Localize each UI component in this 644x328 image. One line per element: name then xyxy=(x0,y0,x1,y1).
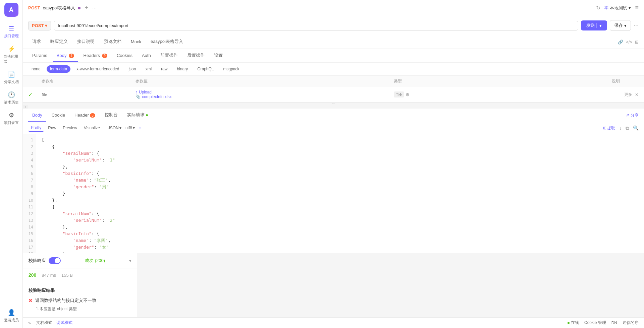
tab-pre-op[interactable]: 前置操作 xyxy=(156,49,182,62)
response-tab-body[interactable]: Body xyxy=(28,109,46,122)
share-button[interactable]: ⇗ 分享 xyxy=(626,113,639,118)
tab-settings[interactable]: 设置 xyxy=(210,49,227,62)
code-line: "name": "李四", xyxy=(42,237,639,244)
col-empty xyxy=(354,78,394,84)
tab-mock[interactable]: Mock xyxy=(127,36,145,48)
tab-preview-doc[interactable]: 预览文档 xyxy=(100,35,125,49)
body-type-none[interactable]: none xyxy=(28,65,44,73)
format-selector[interactable]: JSON ▾ xyxy=(108,126,121,130)
right-panel: 校验响应 成功 (200) ▾ 200 847 ms 155 B 校验响应结果 xyxy=(23,253,137,317)
row-check-icon[interactable]: ✓ xyxy=(28,91,42,98)
code-view-visualize[interactable]: Visualize xyxy=(81,125,103,131)
response-tab-header[interactable]: Header 5 xyxy=(70,109,99,122)
sidebar-item-project-settings[interactable]: ⚙ 项目设置 xyxy=(2,109,21,128)
extract-button[interactable]: ⊞ 提取 xyxy=(603,125,615,131)
tab-code-icon[interactable]: </> xyxy=(626,40,632,45)
right-panel-collapse[interactable]: ▾ xyxy=(129,258,131,263)
tab-cookies[interactable]: Cookies xyxy=(113,50,137,62)
code-view-pretty[interactable]: Pretty xyxy=(28,124,44,132)
code-view-raw[interactable]: Raw xyxy=(45,125,59,131)
body-type-binary[interactable]: binary xyxy=(173,65,191,73)
bottom-nav[interactable]: » xyxy=(28,320,31,326)
tab-headers[interactable]: Headers 9 xyxy=(79,50,111,62)
response-tab-console[interactable]: 控制台 xyxy=(101,109,122,122)
format-code-icon[interactable]: ≡ xyxy=(139,126,141,130)
body-type-raw[interactable]: raw xyxy=(158,65,171,73)
line-number: 8 xyxy=(28,184,36,190)
line-number: 14 xyxy=(26,224,36,231)
sidebar-item-history[interactable]: 🕐 请求历史 xyxy=(2,88,21,108)
request-more-button[interactable]: ··· xyxy=(634,22,639,29)
refresh-icon[interactable]: ↻ xyxy=(596,5,600,11)
history-icon: 🕐 xyxy=(8,91,15,99)
cookie-manage-button[interactable]: Cookie 管理 xyxy=(584,320,606,326)
row-delete-icon[interactable]: ✕ xyxy=(635,92,639,97)
extract-icon: ⊞ xyxy=(603,126,606,130)
bottom-bar: » 文档模式 调试模式 在线 Cookie 管理 DN 迷你的序 xyxy=(23,317,644,328)
tab-params[interactable]: Params xyxy=(28,50,51,62)
attachment-item[interactable]: 📎 complexInfo.xlsx xyxy=(136,94,354,99)
doc-mode-button[interactable]: 文档模式 xyxy=(36,320,52,326)
tab-body[interactable]: Body 1 xyxy=(53,50,78,62)
toggle-switch[interactable] xyxy=(49,257,61,264)
body-type-graphql[interactable]: GraphQL xyxy=(194,65,217,73)
type-more-icon[interactable]: ⚙ xyxy=(406,92,410,97)
upload-button[interactable]: ↑ Upload xyxy=(136,90,354,94)
sidebar-item-api-manage[interactable]: ☰ 接口管理 xyxy=(2,22,21,41)
status-row: 200 847 ms 155 B xyxy=(23,268,137,282)
code-line: "serialNum": "1" xyxy=(42,157,639,163)
encoding-selector[interactable]: utf8 ▾ xyxy=(125,126,135,130)
send-button[interactable]: 发送 ▾ xyxy=(581,20,607,30)
line-number: 4 xyxy=(28,157,36,163)
request-tabs-bar: 请求 响应定义 接口说明 预览文档 Mock easypoi表格导入 🔗 </>… xyxy=(23,35,644,49)
topbar-menu-icon[interactable]: ≡ xyxy=(635,4,639,11)
sidebar-item-share-doc[interactable]: 📄 分享文档 xyxy=(2,68,21,87)
main-area: POST easypoi表格导入 + ··· ↻ 本 本地测试 ▾ ≡ POST… xyxy=(23,0,644,328)
url-input[interactable] xyxy=(54,21,578,30)
more-tabs-button[interactable]: ··· xyxy=(92,5,97,11)
tab-easypoi[interactable]: easypoi表格导入 xyxy=(147,35,187,49)
tab-auth[interactable]: Auth xyxy=(138,50,155,62)
search-button[interactable]: 🔍 xyxy=(633,125,639,131)
upload-icon: ↑ xyxy=(136,90,138,94)
upload-label: Upload xyxy=(139,90,152,94)
tab-post-op[interactable]: 后置操作 xyxy=(183,49,209,62)
environment-selector[interactable]: 本 本地测试 ▾ xyxy=(604,5,631,11)
download-button[interactable]: ↓ xyxy=(619,125,622,131)
method-selector[interactable]: POST ▾ xyxy=(28,21,51,30)
collapse-button[interactable]: ‹ xyxy=(23,105,28,109)
table-row: ✓ file ↑ Upload 📎 complexInfo.xlsx file xyxy=(23,87,644,102)
add-tab-button[interactable]: + xyxy=(85,4,88,11)
sidebar-item-invite[interactable]: 👤 邀请成员 xyxy=(2,306,21,328)
body-type-json[interactable]: json xyxy=(125,65,139,73)
drag-handle[interactable]: ··· xyxy=(23,102,644,105)
line-number: 16 xyxy=(26,237,36,244)
body-type-xml[interactable]: xml xyxy=(142,65,155,73)
send-chevron-icon[interactable]: ▾ xyxy=(596,23,602,28)
tab-api-doc[interactable]: 接口说明 xyxy=(73,35,99,49)
body-type-msgpack[interactable]: msgpack xyxy=(220,65,243,73)
code-line: }, xyxy=(42,163,639,170)
response-tab-actual-req[interactable]: 实际请求 xyxy=(123,109,152,122)
toggle-knob xyxy=(55,258,60,263)
tab-response-def[interactable]: 响应定义 xyxy=(46,35,72,49)
sidebar-item-auto-test[interactable]: ⚡ 自动化测试 xyxy=(2,43,21,67)
format-label: JSON ▾ xyxy=(108,126,121,130)
tab-link-icon[interactable]: 🔗 xyxy=(618,40,623,45)
debug-mode-button[interactable]: 调试模式 xyxy=(56,320,72,326)
body-type-form-data[interactable]: form-data xyxy=(47,65,70,73)
response-tab-actions: ⇗ 分享 xyxy=(626,113,639,118)
code-line: } xyxy=(42,251,639,253)
body-type-x-www[interactable]: x-www-form-urlencoded xyxy=(73,65,122,73)
response-tab-cookie[interactable]: Cookie xyxy=(48,109,69,122)
code-view-preview[interactable]: Preview xyxy=(60,125,80,131)
tab-expand-icon[interactable]: ⊞ xyxy=(635,40,639,45)
share-doc-icon: 📄 xyxy=(8,71,15,78)
copy-button[interactable]: ⧉ xyxy=(626,125,629,131)
code-view-tabs: Pretty Raw Preview Visualize JSON ▾ utf8… xyxy=(23,122,644,134)
tab-request[interactable]: 请求 xyxy=(28,35,45,49)
code-line: { xyxy=(42,143,639,150)
sidebar-item-project-settings-label: 项目设置 xyxy=(4,120,19,125)
row-more-button[interactable]: 更多 xyxy=(624,92,632,97)
save-button[interactable]: 保存 ▾ xyxy=(610,20,631,31)
